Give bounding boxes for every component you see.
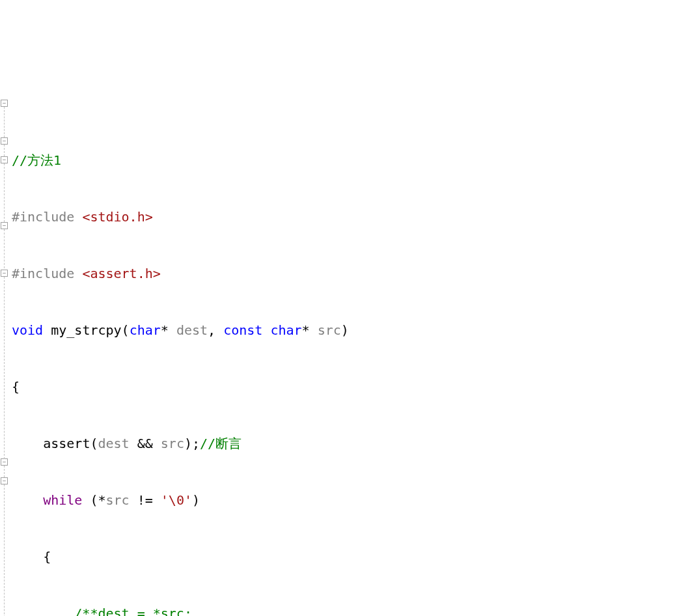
header: <stdio.h>	[82, 209, 152, 225]
code-line[interactable]: /**dest = *src;	[12, 604, 694, 616]
code-line[interactable]: void my_strcpy(char* dest, const char* s…	[12, 321, 694, 340]
header: <assert.h>	[82, 266, 160, 281]
fold-marker[interactable]: −	[1, 458, 8, 466]
type: char	[130, 322, 161, 338]
fold-marker[interactable]: −	[1, 477, 8, 484]
brace: {	[43, 549, 51, 565]
fold-marker[interactable]: −	[1, 137, 8, 145]
code-line[interactable]: #include <stdio.h>	[12, 208, 694, 227]
code-line[interactable]: {	[12, 378, 694, 397]
param: src	[318, 322, 341, 338]
code-line[interactable]: while (*src != '\0')	[12, 491, 694, 510]
identifier: dest	[98, 436, 137, 451]
type: char	[270, 322, 301, 338]
function-name: my_strcpy	[43, 322, 121, 338]
code-editor[interactable]: − − − − − − − //方法1 #include <stdio.h> #…	[0, 76, 694, 616]
identifier: src	[153, 436, 184, 451]
code-line[interactable]: //方法1	[12, 151, 694, 170]
param: dest	[176, 322, 208, 338]
code-line[interactable]: #include <assert.h>	[12, 264, 694, 283]
fold-marker[interactable]: −	[1, 222, 8, 229]
identifier: src	[106, 492, 137, 508]
code-line[interactable]: {	[12, 548, 694, 567]
brace: {	[12, 379, 20, 395]
comment: //断言	[200, 436, 242, 451]
function-call: assert	[43, 436, 90, 451]
fold-gutter: − − − − − − −	[0, 76, 12, 616]
keyword: const	[223, 322, 262, 338]
fold-marker[interactable]: −	[1, 100, 8, 107]
keyword: while	[43, 492, 82, 508]
comment: /**dest = *src;	[74, 606, 192, 616]
fold-marker[interactable]: −	[1, 270, 8, 277]
char-literal: '\0'	[161, 492, 192, 508]
code-line[interactable]: assert(dest && src);//断言	[12, 434, 694, 453]
fold-marker[interactable]: −	[1, 156, 8, 163]
